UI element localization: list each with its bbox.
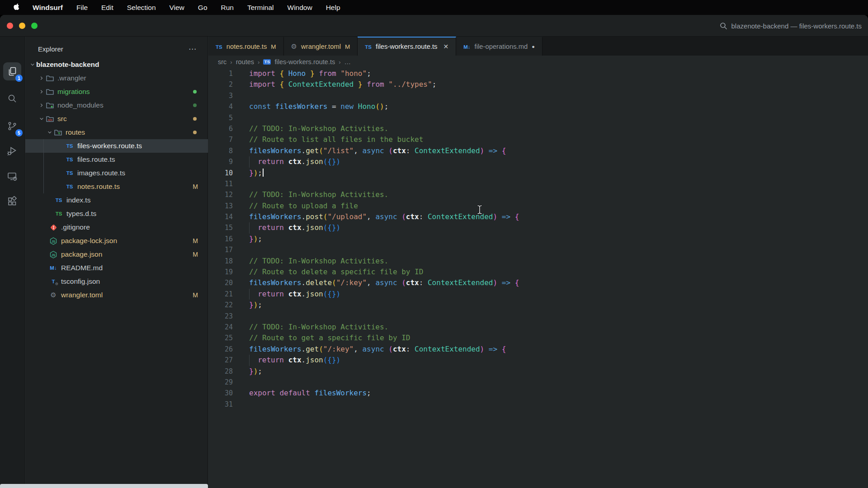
apple-logo-icon[interactable] — [14, 3, 21, 12]
code-line-22[interactable]: 22}); — [208, 300, 868, 310]
code-line-13[interactable]: 13// Route to upload a file — [208, 201, 868, 211]
code-line-19[interactable]: 19// Route to delete a specific file by … — [208, 267, 868, 277]
code-line-2[interactable]: 2import { ContextExtended } from "../typ… — [208, 79, 868, 90]
ts-blue-file-icon: TS — [54, 196, 63, 204]
tree-item-package-lock.json[interactable]: JSpackage-lock.jsonM — [25, 234, 208, 248]
code-line-30[interactable]: 30export default filesWorkers; — [208, 388, 868, 399]
tree-item-notes.route.ts[interactable]: TSnotes.route.tsM — [25, 180, 208, 193]
code-line-3[interactable]: 3 — [208, 90, 868, 101]
dirty-dot-icon[interactable]: ● — [532, 44, 535, 49]
code-line-4[interactable]: 4const filesWorkers = new Hono(); — [208, 101, 868, 112]
code-line-9[interactable]: 9 return ctx.json({}) — [208, 156, 868, 167]
code-line-7[interactable]: 7// Route to list all files in the bucke… — [208, 134, 868, 145]
close-window-button[interactable] — [7, 23, 13, 29]
menu-item-edit[interactable]: Edit — [101, 4, 113, 12]
line-number: 10 — [208, 168, 233, 178]
tree-item-blazenote-backend[interactable]: blazenote-backend — [25, 58, 208, 71]
code-line-17[interactable]: 17 — [208, 244, 868, 255]
explorer-more-actions-button[interactable]: ⋯ — [189, 42, 197, 56]
tree-item-wrangler.toml[interactable]: ⚙wrangler.tomlM — [25, 288, 208, 302]
close-icon[interactable]: ✕ — [443, 43, 449, 50]
tree-item-migrations[interactable]: migrations — [25, 85, 208, 99]
tab-file-operations.md[interactable]: M↓file-operations.md● — [456, 37, 542, 56]
code-area[interactable]: 1import { Hono } from "hono";2import { C… — [208, 68, 868, 410]
search-icon — [720, 22, 727, 30]
code-line-text: return ctx.json({}) — [249, 222, 340, 233]
tab-wrangler.toml[interactable]: ⚙wrangler.tomlM — [284, 37, 358, 56]
gear-file-icon: ⚙ — [49, 291, 58, 299]
tree-item-.gitignore[interactable]: .gitignore — [25, 221, 208, 234]
tree-item-index.ts[interactable]: TSindex.ts — [25, 193, 208, 207]
code-line-11[interactable]: 11 — [208, 178, 868, 189]
code-line-18[interactable]: 18// TODO: In-Workshop Activities. — [208, 256, 868, 267]
window-title-bar: blazenote-backend — files-workers.route.… — [0, 15, 868, 37]
code-line-28[interactable]: 28}); — [208, 366, 868, 377]
code-line-29[interactable]: 29 — [208, 377, 868, 388]
ts-blue-file-icon: TS — [65, 169, 74, 177]
menu-item-window[interactable]: Window — [288, 4, 312, 12]
menu-item-terminal[interactable]: Terminal — [247, 4, 274, 12]
ts-blue-file-icon: TS — [65, 183, 74, 191]
code-line-21[interactable]: 21 return ctx.json({}) — [208, 289, 868, 300]
code-line-14[interactable]: 14filesWorkers.post("/upload", async (ct… — [208, 211, 868, 222]
editor-tabs-bar: TSnotes.route.tsM⚙wrangler.tomlMTSfiles-… — [208, 37, 868, 56]
tree-item-images.route.ts[interactable]: TSimages.route.ts — [25, 166, 208, 180]
tree-item-node-modules[interactable]: node_modules — [25, 99, 208, 112]
code-line-8[interactable]: 8filesWorkers.get("/list", async (ctx: C… — [208, 145, 868, 156]
breadcrumb-segment[interactable]: routes — [236, 58, 254, 66]
minimize-window-button[interactable] — [19, 23, 25, 29]
tree-item-package.json[interactable]: JSpackage.jsonM — [25, 248, 208, 261]
code-line-5[interactable]: 5 — [208, 113, 868, 123]
code-line-25[interactable]: 25// Route to get a specific file by ID — [208, 333, 868, 343]
chevron-down-icon — [46, 129, 53, 136]
code-line-31[interactable]: 31 — [208, 399, 868, 410]
activity-run-debug[interactable] — [3, 142, 21, 160]
tree-item-files-workers.route.ts[interactable]: TSfiles-workers.route.ts — [25, 139, 208, 153]
tab-files-workers.route.ts[interactable]: TSfiles-workers.route.ts✕ — [358, 37, 456, 56]
tree-item-.wrangler[interactable]: .wrangler — [25, 71, 208, 85]
activity-explorer[interactable]: 1 — [3, 62, 21, 80]
code-line-15[interactable]: 15 return ctx.json({}) — [208, 222, 868, 233]
menu-item-windsurf[interactable]: Windsurf — [33, 4, 63, 12]
tree-item-types.d.ts[interactable]: TStypes.d.ts — [25, 207, 208, 221]
tree-item-files.route.ts[interactable]: TSfiles.route.ts — [25, 153, 208, 166]
tree-item-src[interactable]: </>src — [25, 112, 208, 126]
activity-extensions[interactable] — [3, 192, 21, 211]
tree-item-readme.md[interactable]: M↓README.md — [25, 261, 208, 275]
code-line-27[interactable]: 27 return ctx.json({}) — [208, 355, 868, 366]
code-line-23[interactable]: 23 — [208, 311, 868, 322]
menu-item-selection[interactable]: Selection — [127, 4, 156, 12]
code-line-text: filesWorkers.delete("/:key", async (ctx:… — [249, 277, 519, 288]
node-file-icon: JS — [49, 250, 58, 258]
activity-search[interactable] — [3, 89, 21, 108]
code-line-12[interactable]: 12// TODO: In-Workshop Activities. — [208, 189, 868, 200]
activity-source-control[interactable]: 5 — [3, 117, 21, 135]
code-line-26[interactable]: 26filesWorkers.get("/:key", async (ctx: … — [208, 344, 868, 355]
activity-remote-explorer[interactable] — [3, 167, 21, 185]
tab-label: file-operations.md — [475, 43, 528, 50]
menu-item-go[interactable]: Go — [198, 4, 208, 12]
menu-item-run[interactable]: Run — [221, 4, 234, 12]
code-line-6[interactable]: 6// TODO: In-Workshop Activities. — [208, 123, 868, 134]
code-line-10[interactable]: 10}); — [208, 168, 868, 178]
zoom-window-button[interactable] — [31, 23, 38, 29]
menu-item-help[interactable]: Help — [326, 4, 340, 12]
tree-item-routes[interactable]: routes — [25, 126, 208, 139]
breadcrumb-segment[interactable]: src — [218, 58, 226, 66]
breadcrumb-segment[interactable]: files-workers.route.ts — [274, 58, 335, 66]
breadcrumb-separator: › — [258, 59, 259, 66]
tab-notes.route.ts[interactable]: TSnotes.route.tsM — [208, 37, 284, 56]
tree-item-tsconfig.json[interactable]: T⚙tsconfig.json — [25, 275, 208, 288]
line-number: 23 — [208, 311, 233, 322]
code-line-20[interactable]: 20filesWorkers.delete("/:key", async (ct… — [208, 277, 868, 288]
menu-item-view[interactable]: View — [170, 4, 184, 12]
ts-blue-file-icon: TS — [65, 142, 74, 150]
menu-item-file[interactable]: File — [76, 4, 88, 12]
code-line-24[interactable]: 24// TODO: In-Workshop Activities. — [208, 322, 868, 333]
line-number: 9 — [208, 156, 233, 167]
code-line-16[interactable]: 16}); — [208, 234, 868, 244]
breadcrumb-segment[interactable]: … — [344, 58, 351, 66]
code-line-text: filesWorkers.get("/:key", async (ctx: Co… — [249, 344, 506, 355]
code-line-1[interactable]: 1import { Hono } from "hono"; — [208, 68, 868, 79]
window-title-search[interactable]: blazenote-backend — files-workers.route.… — [720, 15, 862, 37]
